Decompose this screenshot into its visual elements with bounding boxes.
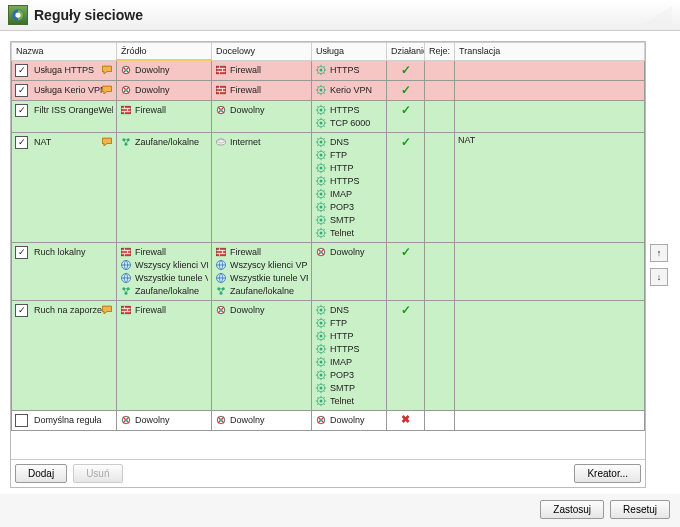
col-source[interactable]: Źródło	[117, 43, 212, 61]
move-up-button[interactable]: ↑	[650, 244, 668, 262]
dest-label: Dowolny	[230, 305, 265, 315]
service-icon	[315, 162, 327, 174]
service-label: Kerio VPN	[330, 85, 372, 95]
service-icon	[315, 356, 327, 368]
col-name[interactable]: Nazwa	[12, 43, 117, 61]
reorder-controls: ↑ ↓	[646, 41, 670, 488]
service-icon	[315, 136, 327, 148]
service-label: IMAP	[330, 189, 352, 199]
reset-button[interactable]: Resetuj	[610, 500, 670, 519]
table-row[interactable]: Ruch lokalnyFirewallWszyscy klienci VPNW…	[12, 242, 645, 300]
rule-checkbox[interactable]	[15, 64, 28, 77]
service-icon	[315, 104, 327, 116]
rule-desc-icon	[101, 136, 113, 148]
rules-window: Reguły sieciowe Nazwa Źródło Docelowy U	[0, 0, 680, 527]
source-label: Dowolny	[135, 415, 170, 425]
apply-button[interactable]: Zastosuj	[540, 500, 604, 519]
service-icon	[315, 214, 327, 226]
service-label: HTTPS	[330, 176, 360, 186]
footer-bar: Zastosuj Resetuj	[0, 494, 680, 527]
col-reje[interactable]: Reje:	[425, 43, 455, 61]
service-icon	[315, 343, 327, 355]
source-label: Dowolny	[135, 85, 170, 95]
service-icon	[315, 175, 327, 187]
dest-label: Dowolny	[230, 105, 265, 115]
dest-icon	[215, 272, 227, 284]
move-down-button[interactable]: ↓	[650, 268, 668, 286]
service-label: HTTPS	[330, 344, 360, 354]
allow-icon: ✓	[401, 63, 411, 77]
table-row[interactable]: Ruch na zaporzeFirewallDowolnyDNSFTPHTTP…	[12, 300, 645, 410]
dogear-icon	[644, 6, 672, 24]
dest-icon	[215, 104, 227, 116]
service-icon	[315, 330, 327, 342]
source-icon	[120, 304, 132, 316]
service-label: DNS	[330, 137, 349, 147]
service-icon	[315, 188, 327, 200]
service-label: SMTP	[330, 215, 355, 225]
rule-desc-icon	[101, 304, 113, 316]
translation-label: NAT	[458, 135, 475, 145]
col-dest[interactable]: Docelowy	[212, 43, 312, 61]
rule-name: Ruch lokalny	[34, 247, 86, 257]
rules-table[interactable]: Nazwa Źródło Docelowy Usługa Działanie R…	[11, 42, 645, 431]
service-label: FTP	[330, 150, 347, 160]
col-trans[interactable]: Translacja	[455, 43, 645, 61]
wizard-button[interactable]: Kreator...	[574, 464, 641, 483]
rule-name: NAT	[34, 137, 51, 147]
service-icon	[315, 395, 327, 407]
service-icon	[315, 382, 327, 394]
dest-label: Dowolny	[230, 415, 265, 425]
table-row[interactable]: Usługa Kerio VPNDowolnyFirewallKerio VPN…	[12, 80, 645, 100]
dest-icon	[215, 259, 227, 271]
dest-label: Firewall	[230, 247, 261, 257]
rule-checkbox[interactable]	[15, 136, 28, 149]
service-label: POP3	[330, 202, 354, 212]
dest-icon	[215, 304, 227, 316]
rule-checkbox[interactable]	[15, 414, 28, 427]
rule-checkbox[interactable]	[15, 84, 28, 97]
table-row[interactable]: NATZaufane/lokalneInternetDNSFTPHTTPHTTP…	[12, 132, 645, 242]
service-label: SMTP	[330, 383, 355, 393]
service-label: Dowolny	[330, 247, 365, 257]
service-icon	[315, 117, 327, 129]
rule-checkbox[interactable]	[15, 304, 28, 317]
rule-checkbox[interactable]	[15, 104, 28, 117]
service-icon	[315, 227, 327, 239]
service-icon	[315, 149, 327, 161]
dest-icon	[215, 84, 227, 96]
source-icon	[120, 259, 132, 271]
rule-name: Domyślna reguła	[34, 415, 102, 425]
table-row[interactable]: Filtr ISS OrangeWeb FilterFirewallDowoln…	[12, 100, 645, 132]
service-icon	[315, 84, 327, 96]
dest-label: Firewall	[230, 65, 261, 75]
service-label: IMAP	[330, 357, 352, 367]
dest-label: Zaufane/lokalne	[230, 286, 294, 296]
source-icon	[120, 414, 132, 426]
source-label: Zaufane/lokalne	[135, 286, 199, 296]
add-button[interactable]: Dodaj	[15, 464, 67, 483]
source-label: Firewall	[135, 305, 166, 315]
rule-desc-icon	[101, 64, 113, 76]
source-icon	[120, 246, 132, 258]
allow-icon: ✓	[401, 103, 411, 117]
service-label: DNS	[330, 305, 349, 315]
source-icon	[120, 84, 132, 96]
source-icon	[120, 285, 132, 297]
service-label: HTTP	[330, 163, 354, 173]
service-label: TCP 6000	[330, 118, 370, 128]
source-label: Firewall	[135, 247, 166, 257]
rule-desc-icon	[101, 84, 113, 96]
rules-panel: Nazwa Źródło Docelowy Usługa Działanie R…	[10, 41, 646, 488]
service-icon	[315, 246, 327, 258]
source-label: Dowolny	[135, 65, 170, 75]
dest-label: Wszystkie tunele VPN	[230, 273, 308, 283]
dest-icon	[215, 285, 227, 297]
remove-button: Usuń	[73, 464, 122, 483]
service-icon	[315, 201, 327, 213]
col-action[interactable]: Działanie	[387, 43, 425, 61]
rule-checkbox[interactable]	[15, 246, 28, 259]
col-service[interactable]: Usługa	[312, 43, 387, 61]
table-row[interactable]: Usługa HTTPSDowolnyFirewallHTTPS✓	[12, 60, 645, 80]
table-row[interactable]: Domyślna regułaDowolnyDowolnyDowolny✖	[12, 410, 645, 430]
